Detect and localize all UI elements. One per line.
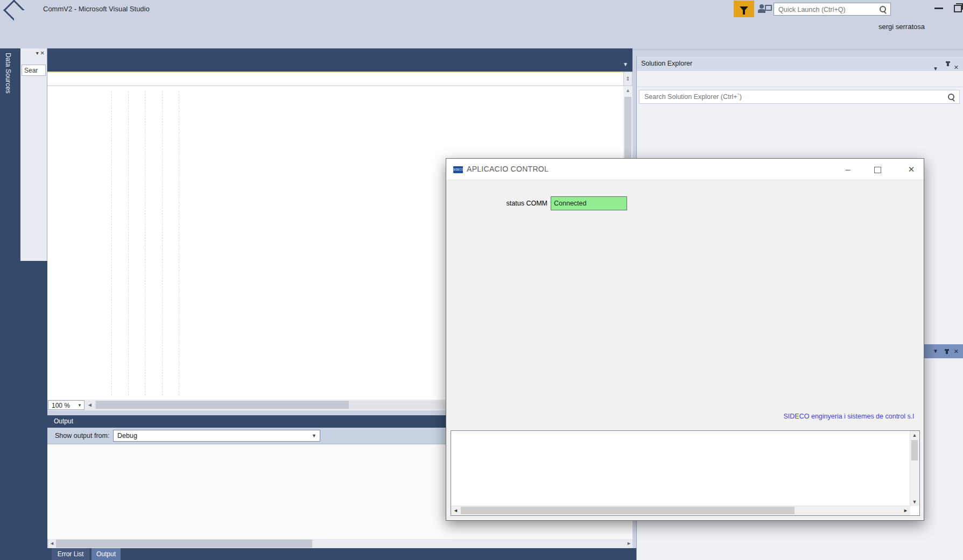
solution-explorer-title: Solution Explorer bbox=[641, 60, 692, 67]
chevron-down-icon[interactable]: ▼ bbox=[933, 348, 938, 354]
scroll-right-icon[interactable]: ► bbox=[627, 541, 631, 546]
title-bar: CommV2 - Microsoft Visual Studio bbox=[0, 0, 963, 18]
sideco-logo-icon: SIDECO bbox=[453, 166, 463, 173]
indent-guide bbox=[162, 91, 163, 395]
minimize-button[interactable] bbox=[934, 8, 943, 9]
data-sources-label: Data Sources bbox=[4, 53, 12, 94]
pin-icon[interactable] bbox=[946, 349, 948, 354]
scrollbar-thumb[interactable] bbox=[56, 540, 312, 548]
restore-button[interactable] bbox=[954, 5, 962, 12]
chevron-down-icon: ▼ bbox=[312, 430, 317, 441]
dialog-title: APLICACIO CONTROL bbox=[467, 165, 549, 173]
solution-explorer-toolbar bbox=[637, 71, 963, 87]
scroll-left-icon[interactable]: ◄ bbox=[87, 402, 93, 408]
clipped-side-panel: ▾ ✕ Sear bbox=[20, 48, 47, 261]
clipped-search-box[interactable]: Sear bbox=[22, 65, 46, 76]
scrollbar-thumb[interactable] bbox=[624, 97, 631, 161]
tab-error-list[interactable]: Error List bbox=[52, 548, 89, 560]
aplicacio-control-window: SIDECO APLICACIO CONTROL ─ ✕ status COMM… bbox=[446, 158, 924, 521]
list-vertical-scrollbar[interactable]: ▲ ▼ bbox=[910, 431, 919, 506]
sideco-footer-label: SIDECO enginyeria i sistemes de control … bbox=[784, 413, 914, 420]
dialog-minimize-button[interactable]: ─ bbox=[842, 166, 854, 174]
panel-close-icon[interactable]: ▾ ✕ bbox=[36, 50, 45, 56]
notifications-button[interactable] bbox=[734, 1, 754, 17]
zoom-dropdown[interactable]: 100 %▼ bbox=[48, 400, 85, 410]
main-toolbar bbox=[0, 33, 963, 50]
scroll-down-icon[interactable]: ▼ bbox=[910, 499, 919, 505]
feedback-button[interactable] bbox=[758, 3, 771, 15]
close-icon[interactable]: ✕ bbox=[954, 348, 959, 355]
scroll-up-icon[interactable]: ▲ bbox=[910, 433, 919, 438]
pin-icon[interactable] bbox=[947, 61, 949, 66]
search-icon bbox=[948, 94, 954, 100]
docked-panel-peek-header: ▼ ✕ bbox=[924, 344, 963, 358]
scrollbar-thumb[interactable] bbox=[461, 507, 795, 514]
chevron-down-icon[interactable]: ▼ bbox=[933, 61, 938, 76]
vs-main-window: CommV2 - Microsoft Visual Studio sergi s… bbox=[0, 0, 963, 560]
document-list-caret-icon[interactable]: ▼ bbox=[623, 61, 628, 67]
indent-guide bbox=[179, 91, 179, 395]
status-comm-value[interactable]: Connected bbox=[551, 196, 627, 210]
dialog-maximize-button[interactable] bbox=[874, 167, 881, 173]
list-horizontal-scrollbar[interactable]: ◄ ► bbox=[451, 506, 910, 515]
editor-navigation-bar bbox=[47, 72, 623, 86]
funnel-icon bbox=[740, 6, 748, 11]
vs-logo-icon bbox=[3, 0, 25, 21]
person-icon bbox=[760, 4, 764, 9]
signed-in-user[interactable]: sergi serratosa bbox=[878, 23, 925, 31]
scrollbar-thumb[interactable] bbox=[911, 440, 918, 460]
scroll-up-icon[interactable]: ▲ bbox=[623, 88, 632, 93]
dialog-title-bar: SIDECO APLICACIO CONTROL ─ ✕ bbox=[446, 159, 924, 180]
scroll-left-icon[interactable]: ◄ bbox=[50, 541, 54, 546]
dialog-close-button[interactable]: ✕ bbox=[905, 165, 917, 174]
close-icon[interactable]: ✕ bbox=[954, 60, 959, 75]
show-output-from-label: Show output from: bbox=[55, 432, 109, 440]
scrollbar-thumb[interactable] bbox=[96, 401, 349, 409]
search-icon bbox=[880, 6, 886, 12]
quick-launch-box[interactable] bbox=[774, 3, 891, 16]
solution-search-box[interactable] bbox=[639, 90, 960, 104]
status-comm-label: status COMM bbox=[494, 200, 547, 207]
quick-launch-input[interactable] bbox=[777, 4, 876, 16]
editor-split-handle[interactable]: ⇕ bbox=[623, 72, 632, 86]
indent-guide bbox=[111, 91, 112, 395]
indent-guide bbox=[128, 91, 129, 395]
scroll-right-icon[interactable]: ► bbox=[903, 508, 908, 513]
error-log-list[interactable]: ▲ ▼ ◄ ► bbox=[451, 430, 920, 516]
solution-search-input[interactable] bbox=[643, 91, 925, 103]
indent-guide bbox=[145, 91, 145, 395]
tab-output[interactable]: Output bbox=[92, 548, 121, 560]
window-title: CommV2 - Microsoft Visual Studio bbox=[43, 5, 150, 13]
chevron-down-icon: ▼ bbox=[78, 401, 82, 410]
document-tab-strip: ▼ bbox=[47, 48, 632, 72]
scroll-left-icon[interactable]: ◄ bbox=[453, 508, 458, 513]
output-horizontal-scrollbar[interactable]: ◄ ► bbox=[48, 539, 632, 548]
solution-explorer-header: Solution Explorer ▼ ✕ bbox=[637, 56, 963, 71]
output-source-dropdown[interactable]: Debug▼ bbox=[113, 430, 320, 442]
panel-tab-strip: Error List Output bbox=[0, 548, 652, 560]
